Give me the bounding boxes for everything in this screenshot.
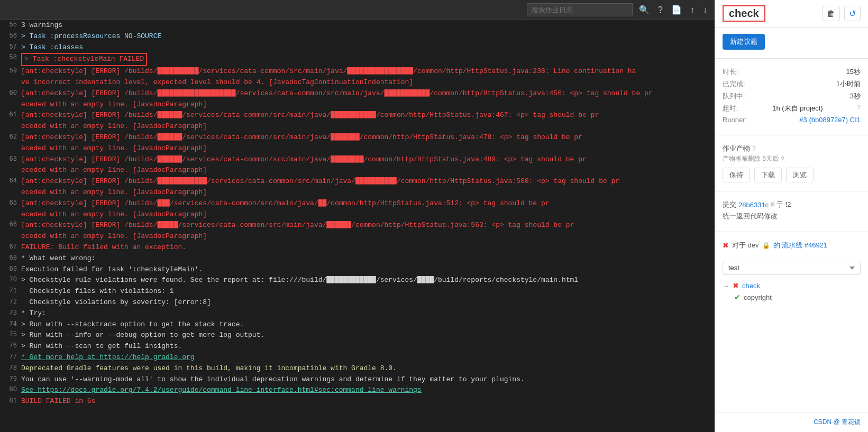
pipeline-section: ✖ 对于 dev 🔒 的 流水线 #46921	[715, 236, 868, 259]
pipeline-status-icon: ✖	[723, 241, 729, 250]
log-line: 75> Run with --info or --debug option to…	[0, 330, 715, 341]
line-number: 75	[0, 330, 21, 341]
log-line: 68* What went wrong:	[0, 253, 715, 264]
artifacts-title: 作业产物 ?	[723, 144, 861, 153]
log-line: 78Deprecated Gradle features were used i…	[0, 363, 715, 374]
sidebar-header: check 🗑 ↺	[715, 0, 868, 27]
queue-row: 队列中: 3秒	[723, 91, 861, 101]
line-content: [ant:checkstyle] [ERROR] /builds/██████/…	[21, 110, 710, 121]
line-content: eceded with an empty line. [JavadocParag…	[21, 231, 710, 242]
timeout-value: 1h (来自 project)	[772, 104, 823, 113]
line-number: 81	[0, 396, 21, 407]
line-number: 58	[0, 53, 21, 66]
log-line: 66[ant:checkstyle] [ERROR] /builds/█████…	[0, 220, 715, 231]
line-number: 70	[0, 275, 21, 286]
file-icon-btn[interactable]: 📄	[669, 4, 684, 16]
check-job-label[interactable]: check	[742, 282, 760, 290]
artifacts-sub-question-icon[interactable]: ?	[781, 155, 784, 163]
search-icon-btn[interactable]: 🔍	[637, 4, 652, 16]
commit-message: 统一返回代码修改	[723, 212, 778, 221]
completed-label: 已完成:	[723, 79, 745, 89]
line-number	[0, 77, 21, 88]
line-content: eceded with an empty line. [JavadocParag…	[21, 187, 710, 198]
search-input[interactable]	[527, 3, 633, 16]
download-artifact-btn[interactable]: 下载	[754, 168, 782, 182]
copyright-job-label[interactable]: copyright	[744, 293, 772, 301]
line-content: See https://docs.gradle.org/7.4.2/usergu…	[21, 385, 710, 396]
log-line: 58> Task :checkstyleMain FAILED	[0, 53, 715, 66]
line-number	[0, 99, 21, 111]
line-content: eceded with an empty line. [JavadocParag…	[21, 99, 710, 111]
job-title: check	[723, 5, 765, 22]
line-number: 73	[0, 308, 21, 319]
scroll-up-btn[interactable]: ↑	[688, 4, 697, 16]
keep-artifact-btn[interactable]: 保持	[723, 168, 750, 182]
meta-section: 时长: 15秒 已完成: 1小时前 队列中: 3秒 超时: 1h (来自 pro…	[715, 63, 868, 131]
pipeline-row: ✖ 对于 dev 🔒 的 流水线 #46921	[723, 241, 861, 250]
new-issue-button[interactable]: 新建议题	[723, 34, 765, 50]
lock-icon: 🔒	[762, 242, 770, 249]
line-number: 68	[0, 253, 21, 264]
log-panel: 🔍 ? 📄 ↑ ↓ 553 warnings56> Task :processR…	[0, 0, 715, 432]
right-sidebar: check 🗑 ↺ 新建议题 时长: 15秒 已完成: 1小时前 队列中: 3秒…	[715, 0, 868, 432]
line-content: FAILURE: Build failed with an exception.	[21, 242, 710, 253]
line-number: 72	[0, 297, 21, 308]
timeout-question-icon[interactable]: ?	[857, 104, 861, 113]
log-line: 76> Run with --scan to get full insights…	[0, 341, 715, 352]
browse-artifact-btn[interactable]: 浏览	[786, 168, 814, 182]
commit-section: 提交 28b6331c ⎘ 于 !2 统一返回代码修改	[715, 196, 868, 227]
line-content: [ant:checkstyle] [ERROR] /builds/██████/…	[21, 154, 710, 166]
line-number: 56	[0, 31, 21, 42]
line-number: 67	[0, 242, 21, 253]
log-line: 74> Run with --stacktrace option to get …	[0, 319, 715, 330]
line-content: * Get more help at https://help.gradle.o…	[21, 352, 710, 363]
scroll-down-btn[interactable]: ↓	[701, 4, 709, 16]
pipeline-suffix[interactable]: 的 流水线 #46921	[773, 241, 828, 250]
log-line: 70> Checkstyle rule violations were foun…	[0, 275, 715, 286]
line-content: > Task :processResources NO-SOURCE	[21, 31, 710, 42]
footer-brand: CSDN @ 青花锁	[715, 412, 868, 432]
stage-dropdown[interactable]: test	[723, 261, 861, 275]
line-content: > Checkstyle rule violations were found.…	[21, 275, 710, 286]
log-content: 553 warnings56> Task :processResources N…	[0, 20, 715, 407]
line-content: You can use '--warning-mode all' to show…	[21, 374, 710, 385]
footer-brand-text: CSDN @ 青花锁	[814, 418, 861, 426]
log-line: 77* Get more help at https://help.gradle…	[0, 352, 715, 363]
completed-value: 1小时前	[836, 79, 861, 89]
log-line: 63[ant:checkstyle] [ERROR] /builds/█████…	[0, 154, 715, 166]
log-line: 69Execution failed for task ':checkstyle…	[0, 264, 715, 275]
line-content: > Task :classes	[21, 42, 710, 53]
delete-job-btn[interactable]: 🗑	[822, 6, 840, 21]
commit-hash[interactable]: 28b6331c	[738, 201, 769, 209]
line-number	[0, 121, 21, 132]
log-line: eceded with an empty line. [JavadocParag…	[0, 231, 715, 242]
commit-row: 提交 28b6331c ⎘ 于 !2	[723, 200, 861, 209]
line-number: 61	[0, 110, 21, 121]
copy-icon[interactable]: ⎘	[771, 201, 774, 208]
line-number	[0, 143, 21, 154]
line-number: 63	[0, 154, 21, 166]
line-content: [ant:checkstyle] [ERROR] /builds/█████/s…	[21, 220, 710, 231]
log-line: 71 Checkstyle files with violations: 1	[0, 286, 715, 297]
log-line: ve incorrect indentation level, expected…	[0, 77, 715, 88]
line-number: 80	[0, 385, 21, 396]
line-content: [ant:checkstyle] [ERROR] /builds/███████…	[21, 176, 710, 187]
artifacts-question-icon[interactable]: ?	[752, 145, 756, 152]
line-content: [ant:checkstyle] [ERROR] /builds/███████…	[21, 66, 710, 77]
commit-message-row: 统一返回代码修改	[723, 212, 861, 221]
log-line: 64[ant:checkstyle] [ERROR] /builds/█████…	[0, 176, 715, 187]
retry-job-btn[interactable]: ↺	[844, 6, 861, 21]
line-number: 60	[0, 88, 21, 99]
log-line: 79You can use '--warning-mode all' to sh…	[0, 374, 715, 385]
line-number: 78	[0, 363, 21, 374]
log-line: eceded with an empty line. [JavadocParag…	[0, 99, 715, 111]
commit-suffix: 于 !2	[776, 200, 791, 209]
line-content: eceded with an empty line. [JavadocParag…	[21, 209, 710, 220]
question-icon-btn[interactable]: ?	[656, 4, 665, 16]
log-line: eceded with an empty line. [JavadocParag…	[0, 209, 715, 220]
line-content: ve incorrect indentation level, expected…	[21, 77, 710, 88]
check-job-error-icon: ✖	[733, 281, 739, 290]
line-number: 77	[0, 352, 21, 363]
pipeline-prefix: 对于 dev	[732, 241, 759, 250]
line-content: > Run with --info or --debug option to g…	[21, 330, 710, 341]
